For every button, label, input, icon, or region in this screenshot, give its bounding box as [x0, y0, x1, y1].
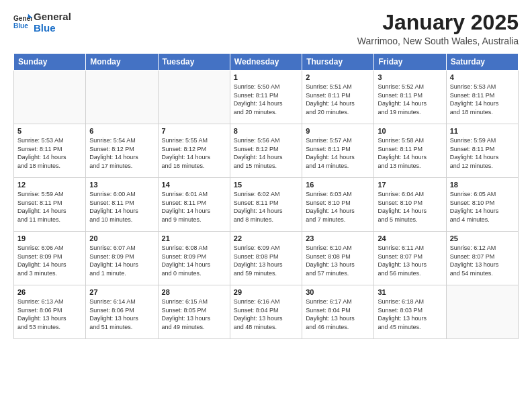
day-cell [86, 71, 158, 124]
day-number: 24 [378, 234, 442, 242]
week-row-2: 12Sunrise: 5:59 AM Sunset: 8:11 PM Dayli… [14, 178, 519, 232]
day-info: Sunrise: 5:55 AM Sunset: 8:12 PM Dayligh… [162, 136, 226, 170]
day-cell: 22Sunrise: 6:09 AM Sunset: 8:08 PM Dayli… [230, 232, 302, 285]
col-header-friday: Friday [374, 54, 446, 71]
day-cell: 10Sunrise: 5:58 AM Sunset: 8:11 PM Dayli… [374, 124, 446, 178]
day-number: 25 [450, 234, 515, 242]
day-number: 8 [234, 127, 298, 135]
day-number: 19 [17, 234, 82, 242]
day-info: Sunrise: 5:57 AM Sunset: 8:11 PM Dayligh… [306, 136, 370, 170]
day-number: 2 [306, 73, 370, 81]
day-number: 20 [89, 234, 154, 242]
day-number: 29 [234, 288, 298, 296]
day-number: 12 [17, 181, 82, 189]
week-row-4: 26Sunrise: 6:13 AM Sunset: 8:06 PM Dayli… [14, 285, 519, 339]
page: General Blue General Blue January 2025 W… [0, 0, 532, 411]
day-cell: 2Sunrise: 5:51 AM Sunset: 8:11 PM Daylig… [302, 71, 374, 124]
day-cell: 18Sunrise: 6:05 AM Sunset: 8:10 PM Dayli… [446, 178, 518, 232]
day-number: 23 [306, 234, 370, 242]
day-cell: 7Sunrise: 5:55 AM Sunset: 8:12 PM Daylig… [158, 124, 230, 178]
day-number: 13 [89, 181, 154, 189]
day-cell: 13Sunrise: 6:00 AM Sunset: 8:11 PM Dayli… [86, 178, 158, 232]
day-number: 3 [378, 73, 442, 81]
col-header-wednesday: Wednesday [230, 54, 302, 71]
day-cell [446, 285, 518, 339]
day-number: 4 [450, 73, 515, 81]
day-info: Sunrise: 6:17 AM Sunset: 8:04 PM Dayligh… [306, 298, 370, 331]
day-info: Sunrise: 5:56 AM Sunset: 8:12 PM Dayligh… [234, 136, 298, 170]
day-cell: 15Sunrise: 6:02 AM Sunset: 8:11 PM Dayli… [230, 178, 302, 232]
logo-blue: Blue [34, 22, 56, 34]
day-number: 22 [234, 234, 298, 242]
day-cell: 19Sunrise: 6:06 AM Sunset: 8:09 PM Dayli… [14, 232, 86, 285]
week-row-3: 19Sunrise: 6:06 AM Sunset: 8:09 PM Dayli… [14, 232, 519, 285]
day-info: Sunrise: 6:14 AM Sunset: 8:06 PM Dayligh… [89, 298, 154, 331]
day-cell: 30Sunrise: 6:17 AM Sunset: 8:04 PM Dayli… [302, 285, 374, 339]
day-cell: 11Sunrise: 5:59 AM Sunset: 8:11 PM Dayli… [446, 124, 518, 178]
day-number: 30 [306, 288, 370, 296]
day-number: 26 [17, 288, 82, 296]
day-info: Sunrise: 6:10 AM Sunset: 8:08 PM Dayligh… [306, 244, 370, 277]
day-number: 1 [234, 73, 298, 81]
calendar-title: January 2025 [357, 11, 519, 34]
day-info: Sunrise: 6:04 AM Sunset: 8:10 PM Dayligh… [378, 190, 442, 224]
day-cell: 25Sunrise: 6:12 AM Sunset: 8:07 PM Dayli… [446, 232, 518, 285]
day-info: Sunrise: 6:01 AM Sunset: 8:11 PM Dayligh… [162, 190, 226, 224]
day-cell [14, 71, 86, 124]
day-cell: 14Sunrise: 6:01 AM Sunset: 8:11 PM Dayli… [158, 178, 230, 232]
day-number: 31 [378, 288, 442, 296]
title-block: January 2025 Warrimoo, New South Wales, … [357, 11, 519, 46]
day-number: 27 [89, 288, 154, 296]
day-info: Sunrise: 6:13 AM Sunset: 8:06 PM Dayligh… [17, 298, 82, 331]
logo-icon: General Blue [13, 13, 32, 32]
col-header-tuesday: Tuesday [158, 54, 230, 71]
col-header-sunday: Sunday [14, 54, 86, 71]
day-cell: 21Sunrise: 6:08 AM Sunset: 8:09 PM Dayli… [158, 232, 230, 285]
day-info: Sunrise: 6:05 AM Sunset: 8:10 PM Dayligh… [450, 190, 515, 224]
day-info: Sunrise: 6:16 AM Sunset: 8:04 PM Dayligh… [234, 298, 298, 331]
day-info: Sunrise: 6:02 AM Sunset: 8:11 PM Dayligh… [234, 190, 298, 224]
day-cell: 20Sunrise: 6:07 AM Sunset: 8:09 PM Dayli… [86, 232, 158, 285]
col-header-monday: Monday [86, 54, 158, 71]
calendar-table: SundayMondayTuesdayWednesdayThursdayFrid… [13, 53, 519, 339]
day-cell: 17Sunrise: 6:04 AM Sunset: 8:10 PM Dayli… [374, 178, 446, 232]
day-info: Sunrise: 5:51 AM Sunset: 8:11 PM Dayligh… [306, 83, 370, 116]
day-info: Sunrise: 6:11 AM Sunset: 8:07 PM Dayligh… [378, 244, 442, 277]
day-cell: 12Sunrise: 5:59 AM Sunset: 8:11 PM Dayli… [14, 178, 86, 232]
day-info: Sunrise: 5:58 AM Sunset: 8:11 PM Dayligh… [378, 136, 442, 170]
col-header-thursday: Thursday [302, 54, 374, 71]
day-info: Sunrise: 5:53 AM Sunset: 8:11 PM Dayligh… [450, 83, 515, 116]
day-info: Sunrise: 5:59 AM Sunset: 8:11 PM Dayligh… [17, 190, 82, 224]
day-info: Sunrise: 6:18 AM Sunset: 8:03 PM Dayligh… [378, 298, 442, 331]
day-info: Sunrise: 6:09 AM Sunset: 8:08 PM Dayligh… [234, 244, 298, 277]
day-info: Sunrise: 6:12 AM Sunset: 8:07 PM Dayligh… [450, 244, 515, 277]
day-cell: 27Sunrise: 6:14 AM Sunset: 8:06 PM Dayli… [86, 285, 158, 339]
col-header-saturday: Saturday [446, 54, 518, 71]
day-number: 9 [306, 127, 370, 135]
day-info: Sunrise: 6:08 AM Sunset: 8:09 PM Dayligh… [162, 244, 226, 277]
day-cell: 26Sunrise: 6:13 AM Sunset: 8:06 PM Dayli… [14, 285, 86, 339]
day-cell [158, 71, 230, 124]
day-number: 21 [162, 234, 226, 242]
day-cell: 16Sunrise: 6:03 AM Sunset: 8:10 PM Dayli… [302, 178, 374, 232]
day-cell: 24Sunrise: 6:11 AM Sunset: 8:07 PM Dayli… [374, 232, 446, 285]
logo-text: General Blue [34, 11, 71, 34]
week-row-1: 5Sunrise: 5:53 AM Sunset: 8:11 PM Daylig… [14, 124, 519, 178]
day-info: Sunrise: 5:50 AM Sunset: 8:11 PM Dayligh… [234, 83, 298, 116]
day-number: 17 [378, 181, 442, 189]
day-info: Sunrise: 5:54 AM Sunset: 8:12 PM Dayligh… [89, 136, 154, 170]
day-cell: 1Sunrise: 5:50 AM Sunset: 8:11 PM Daylig… [230, 71, 302, 124]
day-number: 18 [450, 181, 515, 189]
day-cell: 31Sunrise: 6:18 AM Sunset: 8:03 PM Dayli… [374, 285, 446, 339]
header-row: SundayMondayTuesdayWednesdayThursdayFrid… [14, 54, 519, 71]
day-cell: 9Sunrise: 5:57 AM Sunset: 8:11 PM Daylig… [302, 124, 374, 178]
day-number: 6 [89, 127, 154, 135]
day-number: 5 [17, 127, 82, 135]
day-info: Sunrise: 6:07 AM Sunset: 8:09 PM Dayligh… [89, 244, 154, 277]
day-info: Sunrise: 6:06 AM Sunset: 8:09 PM Dayligh… [17, 244, 82, 277]
day-cell: 29Sunrise: 6:16 AM Sunset: 8:04 PM Dayli… [230, 285, 302, 339]
day-info: Sunrise: 6:15 AM Sunset: 8:05 PM Dayligh… [162, 298, 226, 331]
day-number: 10 [378, 127, 442, 135]
day-cell: 3Sunrise: 5:52 AM Sunset: 8:11 PM Daylig… [374, 71, 446, 124]
svg-text:Blue: Blue [13, 23, 28, 30]
